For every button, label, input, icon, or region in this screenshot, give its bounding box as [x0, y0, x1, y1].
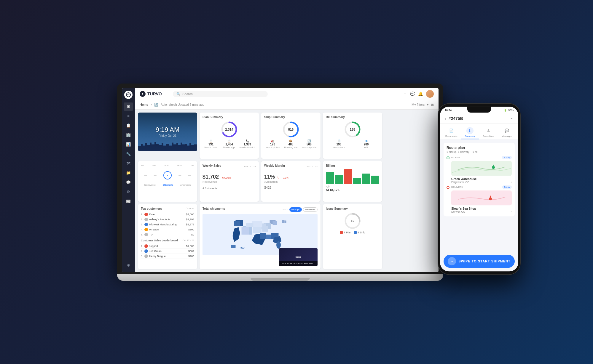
- weekly-margin-date: Oct 17 - 23: [306, 165, 318, 168]
- sidebar-item-10[interactable]: 📰: [124, 197, 133, 206]
- phone-more-icon[interactable]: ⋯: [509, 116, 514, 121]
- cust-rank-0: 1.: [141, 213, 143, 216]
- filters-icon[interactable]: ▾: [427, 103, 429, 107]
- lb-avatar-2: [144, 254, 148, 258]
- app-layout: ⊞ ≡ 📋 🏢 📊 🔧 🗺 📁 💬 ⚙ 📰 ⊕: [122, 88, 439, 272]
- sidebar-item-6[interactable]: 🗺: [124, 159, 133, 168]
- search-icon: 🔍: [176, 92, 181, 96]
- phone-tab-exceptions[interactable]: ⚠ Exceptions: [479, 126, 498, 139]
- ship-donut-container: 816: [264, 121, 318, 138]
- plan-summary-card: Plan Summary 2,314: [200, 113, 259, 159]
- phone-cta-button[interactable]: → SWIPE TO START SHIPMENT: [444, 255, 515, 268]
- cust-rank-3: 4.: [141, 228, 143, 231]
- weekly-margin-value-container: 11% ∿ -19%: [264, 174, 318, 180]
- ship-donut: 816: [282, 121, 300, 138]
- pickup-label: Pickup: [451, 156, 460, 159]
- issue-summary-card: Issue Summary 12: [323, 204, 382, 269]
- sidebar-item-1[interactable]: ≡: [124, 112, 133, 120]
- cust-avatar-0: [144, 213, 148, 216]
- refresh-icon: 🔄: [154, 103, 158, 107]
- bill-summary-card: Bill Summary 158: [323, 113, 382, 159]
- bill-total: 158: [350, 128, 355, 131]
- weekly-sales-header: Weekly Sales Oct 17 - 23: [203, 164, 256, 169]
- lb-name-1: Jeff Graan: [149, 250, 187, 253]
- laptop-screen: ⊞ ≡ 📋 🏢 📊 🔧 🗺 📁 💬 ⚙ 📰 ⊕: [122, 88, 439, 272]
- cust-avatar-4: [144, 233, 148, 236]
- route-plan-time: 1 mi: [473, 150, 478, 153]
- documents-tab-icon: 📄: [448, 127, 455, 134]
- map-tab-pickups[interactable]: Pickups: [289, 207, 302, 212]
- summary-tab-icon: ℹ: [466, 127, 474, 134]
- sidebar-item-3[interactable]: 🏢: [124, 131, 133, 139]
- topbar-logo: TURVO: [140, 91, 169, 97]
- delivery-stop: Delivery Today: [447, 185, 512, 213]
- issue-summary-title: Issue Summary: [326, 207, 379, 210]
- billing-bar-3: [353, 178, 361, 184]
- phone-tab-messages[interactable]: 💬 Messages: [498, 126, 516, 139]
- plan-stat-label-2: needs dispatch: [239, 146, 255, 149]
- weekly-margin-label: Avg margin: [264, 180, 318, 183]
- cust-rank-1: 2.: [141, 218, 143, 221]
- sidebar-item-8[interactable]: 💬: [124, 178, 133, 187]
- route-plan-sub-text: 1 pickup, 1 delivery: [447, 150, 469, 153]
- plan-summary-title: Plan Summary: [203, 116, 256, 119]
- chart-label-0: Net revenue: [144, 184, 156, 186]
- user-avatar[interactable]: [426, 90, 434, 98]
- delivery-info-row: Delivery Today: [451, 185, 512, 189]
- plan-total: 2,314: [225, 128, 233, 131]
- plan-donut: 2,314: [220, 121, 238, 138]
- sidebar-item-9[interactable]: ⚙: [124, 188, 133, 196]
- sidebar-item-5[interactable]: 🔧: [124, 150, 133, 158]
- cust-value-4: $0: [191, 233, 194, 236]
- phone-tab-summary[interactable]: ℹ Summary: [461, 126, 479, 139]
- plan-stat-1: 📋 2,484 Needs appr: [221, 139, 237, 149]
- billing-bar-0: [326, 172, 334, 184]
- city-silhouette: [138, 139, 197, 151]
- chart-day-1: Sat: [152, 164, 156, 167]
- phone-back-button[interactable]: ‹: [445, 116, 446, 121]
- sidebar-item-settings[interactable]: ⊕: [124, 261, 133, 270]
- bill-stat-1: 📧 280 A/R: [353, 139, 379, 149]
- filters-label[interactable]: My filters: [412, 103, 425, 106]
- breadcrumb-home[interactable]: Home: [140, 103, 148, 106]
- sidebar-item-4[interactable]: 📊: [124, 140, 133, 149]
- issue-plan: 7 Plan: [340, 231, 351, 234]
- cust-avatar-3: [144, 228, 148, 231]
- delivery-dot: [447, 186, 449, 189]
- delivery-label: Delivery: [451, 186, 463, 188]
- chat-icon[interactable]: 💬: [410, 92, 415, 96]
- chart-day-2: Sun: [164, 164, 168, 167]
- cust-name-0: Dole: [149, 213, 185, 216]
- route-plan-section: Route plan 1 pickup, 1 delivery 1 mi: [444, 143, 515, 216]
- billing-value: $118,176: [326, 188, 379, 192]
- pickup-indicator: [447, 156, 449, 178]
- delivery-chevron[interactable]: ›: [511, 210, 512, 213]
- plan-stat-value-0: 931: [208, 143, 213, 146]
- add-icon[interactable]: ＋: [403, 91, 407, 97]
- pickup-chevron[interactable]: ›: [511, 181, 512, 184]
- phone-tab-documents[interactable]: 📄 Documents: [442, 126, 460, 139]
- billing-card: Billing A/P: [323, 161, 382, 202]
- map-tab-deliveries[interactable]: Deliveries: [303, 207, 318, 212]
- pickup-name: Green Warehouse: [451, 177, 512, 181]
- bell-icon[interactable]: 🔔: [418, 92, 423, 96]
- search-bar[interactable]: 🔍 Search: [173, 91, 268, 97]
- ship-stat-value-1: 488: [288, 143, 294, 146]
- customers-date: October: [186, 207, 194, 212]
- phone-content: Route plan 1 pickup, 1 delivery 1 mi: [440, 139, 518, 252]
- breadcrumb-status: Auto refresh Updated 6 mins ago: [161, 103, 204, 106]
- adjust-icon[interactable]: ⊞: [431, 103, 434, 107]
- weekly-sales-date: Oct 17 - 23: [244, 165, 256, 168]
- sidebar-item-2[interactable]: 📋: [124, 121, 133, 130]
- summary-tab-label: Summary: [465, 135, 475, 137]
- customer-item-4: 5. TIA $0: [141, 232, 194, 237]
- ship-stat-icon-1: 📦: [289, 139, 292, 142]
- bill-stat-value-1: 280: [364, 143, 369, 146]
- issue-plan-value: 7: [344, 231, 345, 234]
- sidebar-item-7[interactable]: 📁: [124, 169, 133, 177]
- phone-cta-text: SWIPE TO START SHIPMENT: [458, 259, 510, 263]
- laptop-screen-outer: ⊞ ≡ 📋 🏢 📊 🔧 🗺 📁 💬 ⚙ 📰 ⊕: [117, 84, 443, 274]
- topbar: TURVO 🔍 Search ＋ 💬 🔔: [135, 88, 439, 100]
- pickup-date: Today: [502, 156, 512, 159]
- sidebar-item-home[interactable]: ⊞: [124, 102, 133, 111]
